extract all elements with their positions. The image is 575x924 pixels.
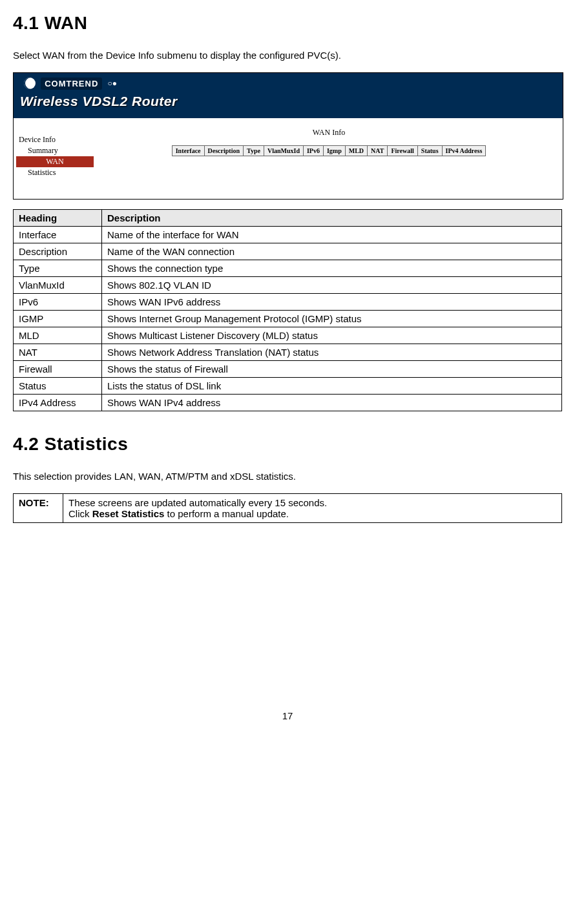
heading-description-table: Heading Description InterfaceName of the… xyxy=(13,209,562,411)
section-4-1-title: 4.1 WAN xyxy=(13,13,562,34)
led-dots-icon: ○● xyxy=(107,79,117,88)
note-row: NOTE: These screens are updated automati… xyxy=(14,494,562,523)
col-firewall: Firewall xyxy=(388,146,417,156)
section-name: Statistics xyxy=(45,434,129,454)
section-4-2-title: 4.2 Statistics xyxy=(13,434,562,455)
th-heading: Heading xyxy=(14,210,102,227)
cell-desc: Name of the WAN connection xyxy=(102,243,562,260)
wan-info-title: WAN Info xyxy=(98,128,560,138)
section-4-2-intro: This selection provides LAN, WAN, ATM/PT… xyxy=(13,471,562,482)
cell-desc: Shows the status of Firewall xyxy=(102,361,562,378)
router-model-title: Wireless VDSL2 Router xyxy=(20,94,178,109)
note-text: These screens are updated automatically … xyxy=(63,494,562,523)
table-row: FirewallShows the status of Firewall xyxy=(14,361,562,378)
sidebar-item-wan[interactable]: WAN xyxy=(16,156,94,167)
cell-desc: Shows Network Address Translation (NAT) … xyxy=(102,344,562,361)
table-row: TypeShows the connection type xyxy=(14,260,562,277)
table-row: InterfaceName of the interface for WAN xyxy=(14,227,562,243)
note-line2b: to perform a manual update. xyxy=(164,508,289,519)
wan-info-table: Interface Description Type VlanMuxId IPv… xyxy=(172,145,486,156)
cell-desc: Shows Multicast Listener Discovery (MLD)… xyxy=(102,327,562,344)
screenshot-top-banner: COMTREND ○● Wireless VDSL2 Router xyxy=(14,73,563,118)
cell-heading: Status xyxy=(14,378,102,395)
brand-logo-area: COMTREND ○● xyxy=(24,77,117,89)
cell-desc: Shows WAN IPv4 address xyxy=(102,395,562,411)
col-igmp: Igmp xyxy=(323,146,345,156)
cell-heading: IPv6 xyxy=(14,294,102,311)
col-vlanmuxid: VlanMuxId xyxy=(264,146,303,156)
section-4-1-intro: Select WAN from the Device Info submenu … xyxy=(13,50,562,61)
cell-desc: Shows 802.1Q VLAN ID xyxy=(102,277,562,294)
cell-heading: VlanMuxId xyxy=(14,277,102,294)
col-ipv4address: IPv4 Address xyxy=(442,146,486,156)
col-mld: MLD xyxy=(345,146,367,156)
th-description: Description xyxy=(102,210,562,227)
table-row: StatusLists the status of DSL link xyxy=(14,378,562,395)
col-description: Description xyxy=(204,146,243,156)
col-nat: NAT xyxy=(368,146,388,156)
cell-heading: Firewall xyxy=(14,361,102,378)
router-screenshot: COMTREND ○● Wireless VDSL2 Router Device… xyxy=(13,72,563,200)
col-interface: Interface xyxy=(172,146,204,156)
section-number: 4.2 xyxy=(13,434,39,454)
sidebar-item-statistics[interactable]: Statistics xyxy=(16,167,94,178)
sidebar-menu: Device Info Summary WAN Statistics xyxy=(16,134,94,178)
cell-heading: IPv4 Address xyxy=(14,395,102,411)
cell-heading: Description xyxy=(14,243,102,260)
cell-desc: Shows the connection type xyxy=(102,260,562,277)
section-name: WAN xyxy=(45,13,88,33)
globe-icon xyxy=(24,77,36,89)
cell-desc: Name of the interface for WAN xyxy=(102,227,562,243)
sidebar-item-device-info[interactable]: Device Info xyxy=(16,134,94,145)
col-type: Type xyxy=(244,146,264,156)
table-row: VlanMuxIdShows 802.1Q VLAN ID xyxy=(14,277,562,294)
table-row: NATShows Network Address Translation (NA… xyxy=(14,344,562,361)
cell-heading: Type xyxy=(14,260,102,277)
brand-name: COMTREND xyxy=(41,77,102,90)
note-line2-bold: Reset Statistics xyxy=(92,508,165,519)
cell-heading: Interface xyxy=(14,227,102,243)
table-row: IPv6Shows WAN IPv6 address xyxy=(14,294,562,311)
note-label: NOTE: xyxy=(14,494,63,523)
table-row: DescriptionName of the WAN connection xyxy=(14,243,562,260)
cell-heading: MLD xyxy=(14,327,102,344)
sidebar-item-summary[interactable]: Summary xyxy=(16,145,94,156)
table-row: MLDShows Multicast Listener Discovery (M… xyxy=(14,327,562,344)
cell-heading: NAT xyxy=(14,344,102,361)
note-line1: These screens are updated automatically … xyxy=(68,497,327,508)
wan-info-pane: WAN Info Interface Description Type Vlan… xyxy=(98,128,560,156)
col-status: Status xyxy=(417,146,442,156)
table-row: IPv4 AddressShows WAN IPv4 address xyxy=(14,395,562,411)
cell-desc: Lists the status of DSL link xyxy=(102,378,562,395)
cell-desc: Shows Internet Group Management Protocol… xyxy=(102,311,562,327)
page-number: 17 xyxy=(13,710,562,721)
cell-desc: Shows WAN IPv6 address xyxy=(102,294,562,311)
section-number: 4.1 xyxy=(13,13,39,33)
col-ipv6: IPv6 xyxy=(303,146,323,156)
table-row: IGMPShows Internet Group Management Prot… xyxy=(14,311,562,327)
note-line2a: Click xyxy=(68,508,92,519)
cell-heading: IGMP xyxy=(14,311,102,327)
wan-info-header-row: Interface Description Type VlanMuxId IPv… xyxy=(172,146,486,156)
table-header-row: Heading Description xyxy=(14,210,562,227)
note-box: NOTE: These screens are updated automati… xyxy=(13,493,562,523)
